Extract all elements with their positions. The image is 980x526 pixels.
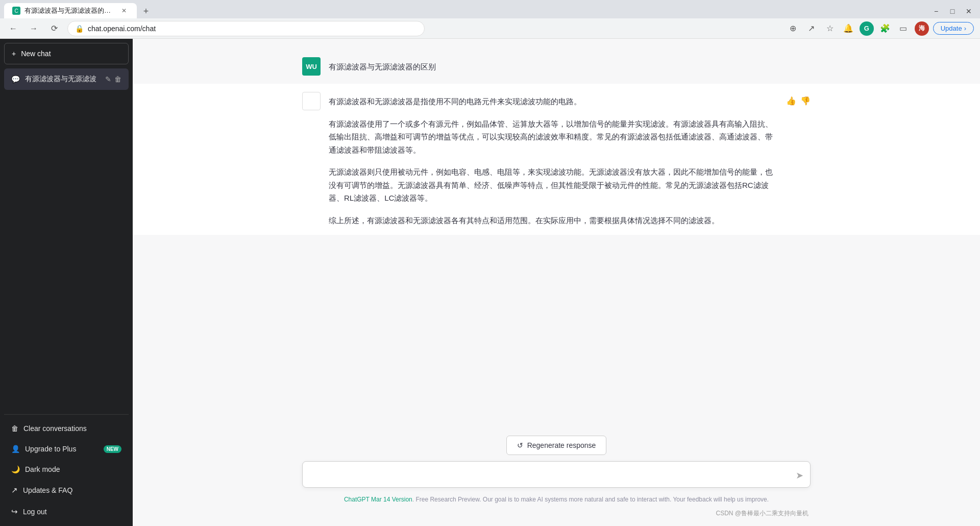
lock-icon: 🔒: [75, 25, 84, 33]
sidebar: + New chat 💬 有源滤波器与无源滤波 ✎ 🗑 🗑 Clear conv…: [0, 39, 133, 526]
clear-conversations-button[interactable]: 🗑 Clear conversations: [4, 419, 129, 438]
trash-icon: 🗑: [11, 424, 18, 433]
log-out-label: Log out: [23, 508, 47, 516]
tab-close-button[interactable]: ✕: [119, 6, 129, 15]
translate-icon[interactable]: ⊕: [786, 21, 800, 36]
user-avatar: WU: [302, 57, 321, 76]
dark-mode-button[interactable]: 🌙 Dark mode: [4, 460, 129, 479]
updates-faq-button[interactable]: ↗ Updates & FAQ: [4, 480, 129, 500]
account-icon[interactable]: 海: [915, 21, 929, 36]
logout-icon: ↪: [11, 507, 18, 516]
plus-icon: +: [12, 50, 16, 58]
extensions-icon[interactable]: 🧩: [878, 21, 892, 36]
message-actions: 👍 👎: [786, 92, 811, 227]
input-container: ➤: [302, 461, 811, 490]
chatgpt-version-link[interactable]: ChatGPT Mar 14 Version: [344, 496, 412, 503]
external-link-icon: ↗: [11, 486, 18, 495]
new-chat-button[interactable]: + New chat: [4, 43, 129, 64]
new-badge: NEW: [104, 445, 121, 453]
regenerate-label: Regenerate response: [527, 441, 596, 449]
url-input[interactable]: 🔒 chat.openai.com/chat: [67, 21, 425, 36]
app-container: + New chat 💬 有源滤波器与无源滤波 ✎ 🗑 🗑 Clear conv…: [0, 39, 980, 526]
send-icon: ➤: [796, 470, 803, 481]
update-button[interactable]: Update ›: [933, 22, 974, 35]
dark-mode-label: Dark mode: [25, 465, 60, 473]
user-message-text: 有源滤波器与无源滤波器的区别: [329, 62, 436, 71]
thumbs-down-button[interactable]: 👎: [800, 96, 811, 106]
refresh-button[interactable]: ⟳: [47, 21, 61, 36]
tab-title: 有源滤波器与无源滤波器的区别: [24, 6, 115, 15]
forward-button[interactable]: →: [27, 21, 41, 36]
assistant-paragraph-3: 无源滤波器则只使用被动元件，例如电容、电感、电阻等，来实现滤波功能。无源滤波器没…: [329, 165, 778, 205]
bell-icon[interactable]: 🔔: [841, 21, 855, 36]
assistant-message-row: 有源滤波器和无源滤波器是指使用不同的电路元件来实现滤波功能的电路。 有源滤波器使…: [133, 84, 980, 235]
clear-conversations-label: Clear conversations: [23, 424, 87, 433]
user-message-content: 有源滤波器与无源滤波器的区别: [329, 57, 811, 76]
footer-note: ChatGPT Mar 14 Version. Free Research Pr…: [344, 496, 769, 503]
chat-input[interactable]: [302, 461, 811, 488]
new-tab-button[interactable]: +: [139, 4, 153, 18]
main-area: WU 有源滤波器与无源滤波器的区别 有源滤波器和无源滤波器是指使用不同的电路元件…: [133, 39, 980, 526]
address-right-icons: ⊕ ↗ ☆ 🔔 G 🧩 ▭ 海 Update ›: [786, 21, 974, 36]
back-button[interactable]: ←: [6, 21, 20, 36]
sidebar-toggle-icon[interactable]: ▭: [896, 21, 911, 36]
chat-bubble-icon: 💬: [11, 75, 20, 83]
upgrade-to-plus-button[interactable]: 👤 Upgrade to Plus NEW: [4, 439, 129, 459]
minimize-button[interactable]: −: [929, 4, 943, 18]
tab-bar: C 有源滤波器与无源滤波器的区别 ✕ + − □ ✕: [0, 0, 980, 18]
assistant-paragraph-4: 综上所述，有源滤波器和无源滤波器各有其特点和适用范围。在实际应用中，需要根据具体…: [329, 214, 778, 227]
update-label: Update: [941, 25, 962, 32]
user-icon: 👤: [11, 445, 20, 453]
bookmark-icon[interactable]: ☆: [823, 21, 837, 36]
updates-faq-label: Updates & FAQ: [23, 486, 72, 494]
csdn-note: CSDN @鲁棒最小二乘支持向量机: [302, 509, 811, 518]
moon-icon: 🌙: [11, 465, 20, 473]
user-message-row: WU 有源滤波器与无源滤波器的区别: [133, 49, 980, 84]
edit-chat-button[interactable]: ✎: [105, 75, 111, 83]
url-text: chat.openai.com/chat: [88, 25, 156, 33]
maximize-button[interactable]: □: [945, 4, 960, 18]
bottom-area: ↺ Regenerate response ➤ ChatGPT Mar 14 V…: [133, 427, 980, 526]
active-tab[interactable]: C 有源滤波器与无源滤波器的区别 ✕: [4, 3, 137, 18]
delete-chat-button[interactable]: 🗑: [114, 75, 121, 83]
chat-messages: WU 有源滤波器与无源滤波器的区别 有源滤波器和无源滤波器是指使用不同的电路元件…: [133, 39, 980, 427]
upgrade-label: Upgrade to Plus: [25, 445, 76, 453]
log-out-button[interactable]: ↪ Log out: [4, 501, 129, 522]
regenerate-button[interactable]: ↺ Regenerate response: [506, 436, 607, 455]
regenerate-icon: ↺: [517, 441, 523, 449]
footer-text: . Free Research Preview. Our goal is to …: [412, 496, 769, 503]
assistant-message-content: 有源滤波器和无源滤波器是指使用不同的电路元件来实现滤波功能的电路。 有源滤波器使…: [329, 92, 778, 227]
window-controls: − □ ✕: [929, 4, 976, 18]
assistant-paragraph-2: 有源滤波器使用了一个或多个有源元件，例如晶体管、运算放大器等，以增加信号的能量并…: [329, 117, 778, 157]
chat-history-item[interactable]: 💬 有源滤波器与无源滤波 ✎ 🗑: [4, 68, 129, 90]
address-bar: ← → ⟳ 🔒 chat.openai.com/chat ⊕ ↗ ☆ 🔔 G 🧩…: [0, 18, 980, 39]
chat-item-actions: ✎ 🗑: [105, 75, 121, 83]
new-chat-label: New chat: [21, 50, 51, 58]
assistant-paragraph-1: 有源滤波器和无源滤波器是指使用不同的电路元件来实现滤波功能的电路。: [329, 95, 778, 108]
share-icon[interactable]: ↗: [804, 21, 819, 36]
close-window-button[interactable]: ✕: [962, 4, 976, 18]
sidebar-bottom: 🗑 Clear conversations 👤 Upgrade to Plus …: [4, 414, 129, 522]
thumbs-up-button[interactable]: 👍: [786, 96, 796, 106]
send-button[interactable]: ➤: [796, 470, 803, 481]
update-chevron: ›: [964, 25, 966, 32]
chat-item-title: 有源滤波器与无源滤波: [25, 75, 100, 84]
assistant-avatar: [302, 92, 321, 110]
tab-favicon: C: [12, 7, 20, 15]
profile-icon[interactable]: G: [860, 21, 874, 36]
